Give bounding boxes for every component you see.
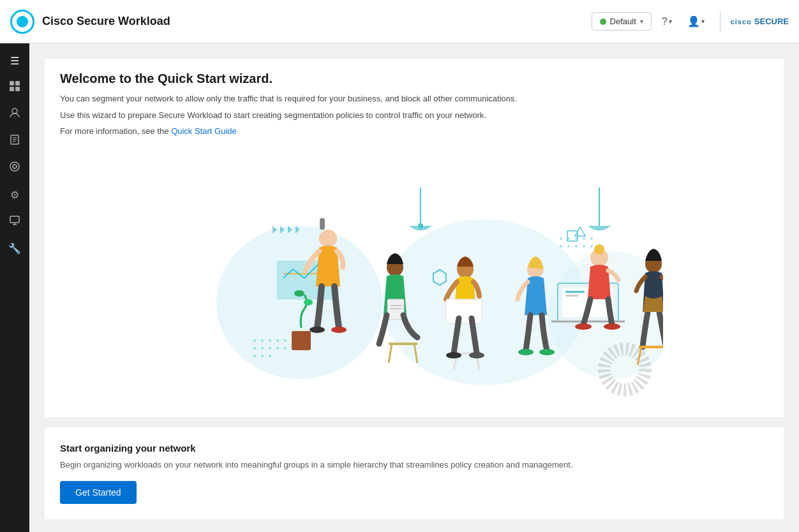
help-chevron-icon: ▾ <box>669 18 672 25</box>
svg-rect-64 <box>446 299 482 323</box>
sidebar-item-dashboard[interactable] <box>1 75 28 100</box>
sidebar-item-inventory[interactable] <box>1 102 28 126</box>
svg-point-52 <box>331 327 347 333</box>
illustration-svg <box>165 168 663 398</box>
svg-point-68 <box>446 352 461 358</box>
logo-inner <box>17 16 28 27</box>
svg-point-17 <box>253 339 256 342</box>
svg-point-30 <box>560 237 562 240</box>
svg-point-69 <box>469 352 484 358</box>
dashboard-icon <box>9 80 20 94</box>
gear-icon: ⚙ <box>10 189 19 201</box>
app-title: Cisco Secure Workload <box>42 15 170 28</box>
sidebar: ☰ <box>0 43 29 532</box>
wrench-icon: 🔧 <box>8 242 21 255</box>
svg-point-35 <box>560 245 562 248</box>
svg-point-14 <box>216 226 382 379</box>
svg-point-81 <box>604 323 620 330</box>
sidebar-item-settings[interactable]: ⚙ <box>1 182 28 207</box>
svg-rect-3 <box>15 87 20 91</box>
svg-point-71 <box>518 349 534 355</box>
welcome-desc-3: For more information, see the Quick Star… <box>60 125 768 138</box>
welcome-section: Welcome to the Quick Start wizard. You c… <box>45 59 784 417</box>
svg-rect-2 <box>10 87 14 91</box>
sidebar-item-scopes[interactable] <box>1 156 28 180</box>
svg-point-54 <box>294 290 304 297</box>
quick-start-guide-link[interactable]: Quick Start Guide <box>171 126 237 136</box>
illustration-area <box>45 149 784 417</box>
svg-point-49 <box>319 230 337 248</box>
bottom-card-title: Start organizing your network <box>60 443 768 454</box>
svg-point-18 <box>261 339 264 342</box>
svg-rect-0 <box>10 81 14 85</box>
help-button[interactable]: ? ▾ <box>657 13 677 30</box>
hamburger-icon: ☰ <box>10 55 19 67</box>
svg-line-61 <box>389 344 392 363</box>
status-dot <box>600 18 606 25</box>
svg-point-38 <box>583 245 585 248</box>
bottom-card-desc: Begin organizing workloads on your netwo… <box>60 459 768 471</box>
svg-rect-75 <box>565 291 585 293</box>
svg-point-39 <box>590 245 593 248</box>
svg-rect-11 <box>10 216 19 223</box>
svg-rect-76 <box>565 295 578 297</box>
svg-point-34 <box>590 237 593 240</box>
sidebar-item-monitor[interactable] <box>1 209 28 233</box>
user-chevron-icon: ▾ <box>701 18 705 25</box>
svg-point-25 <box>276 347 279 350</box>
svg-point-33 <box>583 237 585 240</box>
default-button[interactable]: Default ▾ <box>592 12 652 31</box>
get-started-button[interactable]: Get Started <box>60 481 137 504</box>
svg-point-27 <box>253 355 256 357</box>
welcome-title: Welcome to the Quick Start wizard. <box>60 71 768 86</box>
inventory-icon <box>9 107 20 121</box>
svg-rect-53 <box>292 331 311 350</box>
cisco-secure-logo: cisco SECURE <box>731 17 789 26</box>
svg-point-55 <box>304 299 313 306</box>
svg-point-51 <box>310 327 325 333</box>
app-logo <box>10 10 34 34</box>
svg-point-28 <box>261 355 264 357</box>
svg-point-80 <box>575 323 592 330</box>
svg-point-4 <box>12 108 17 114</box>
monitor-icon <box>9 214 20 228</box>
svg-point-9 <box>10 162 19 171</box>
svg-point-29 <box>269 355 271 357</box>
svg-point-36 <box>567 245 570 248</box>
svg-rect-1 <box>15 81 20 85</box>
desc3-prefix: For more information, see the <box>60 126 171 136</box>
header-right: Default ▾ ? ▾ 👤 ▾ cisco SECURE <box>592 11 789 32</box>
user-icon: 👤 <box>687 15 700 27</box>
bottom-card: Start organizing your network Begin orga… <box>45 427 784 520</box>
svg-point-23 <box>261 347 264 350</box>
default-label: Default <box>610 17 636 26</box>
svg-point-20 <box>276 339 279 342</box>
scopes-icon <box>9 161 20 175</box>
user-button[interactable]: 👤 ▾ <box>682 13 710 30</box>
svg-point-21 <box>284 339 287 342</box>
svg-point-24 <box>269 347 271 350</box>
svg-point-72 <box>539 349 555 355</box>
sidebar-item-reports[interactable] <box>1 129 28 153</box>
svg-point-26 <box>284 347 287 350</box>
main-content: Welcome to the Quick Start wizard. You c… <box>29 43 799 532</box>
svg-marker-88 <box>575 227 585 236</box>
svg-point-37 <box>575 245 578 248</box>
chevron-down-icon: ▾ <box>640 18 643 25</box>
header-divider <box>720 11 721 32</box>
sidebar-item-menu[interactable]: ☰ <box>1 48 28 73</box>
welcome-text-area: Welcome to the Quick Start wizard. You c… <box>45 59 784 149</box>
header-left: Cisco Secure Workload <box>10 10 170 34</box>
reports-icon <box>9 134 20 148</box>
svg-point-19 <box>269 339 271 342</box>
svg-point-22 <box>253 347 256 350</box>
welcome-desc-1: You can segment your network to allow on… <box>60 92 768 105</box>
svg-point-10 <box>13 165 17 168</box>
sidebar-item-tools[interactable]: 🔧 <box>1 236 28 260</box>
svg-rect-50 <box>320 218 325 230</box>
welcome-desc-2: Use this wizard to prepare Secure Worklo… <box>60 109 768 122</box>
svg-point-79 <box>594 244 604 255</box>
header: Cisco Secure Workload Default ▾ ? ▾ 👤 ▾ … <box>0 0 799 43</box>
question-icon: ? <box>662 16 668 27</box>
cisco-logo-text: cisco <box>731 18 752 26</box>
